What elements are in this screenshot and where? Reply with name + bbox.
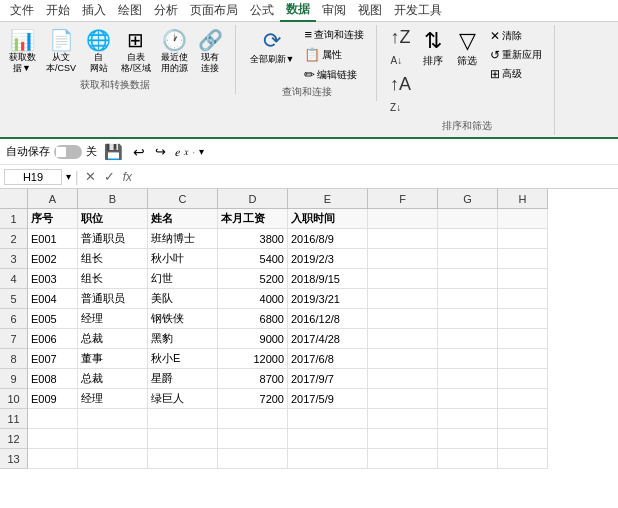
cell[interactable]: 5400	[218, 249, 288, 269]
advanced-button[interactable]: ⊞高级	[486, 65, 546, 83]
cell[interactable]	[368, 409, 438, 429]
cell[interactable]: 总裁	[78, 329, 148, 349]
cell[interactable]	[368, 349, 438, 369]
from-table-button[interactable]: ⊞ 自表格/区域	[117, 25, 155, 77]
confirm-btn[interactable]: ✓	[102, 169, 117, 184]
cell[interactable]: 2018/9/15	[288, 269, 368, 289]
row-header[interactable]: 10	[0, 389, 28, 409]
menu-item-layout[interactable]: 页面布局	[184, 0, 244, 21]
cell[interactable]: 总裁	[78, 369, 148, 389]
col-header-C[interactable]: C	[148, 189, 218, 209]
row-header[interactable]: 9	[0, 369, 28, 389]
cell[interactable]	[438, 289, 498, 309]
cell[interactable]: E003	[28, 269, 78, 289]
row-header[interactable]: 7	[0, 329, 28, 349]
undo-button[interactable]: ↩	[130, 143, 148, 161]
cell[interactable]	[498, 249, 548, 269]
from-text-button[interactable]: 📄 从文本/CSV	[42, 25, 80, 77]
formula-input[interactable]	[138, 170, 614, 184]
edit-links-button[interactable]: ✏编辑链接	[300, 65, 368, 84]
cell[interactable]	[368, 329, 438, 349]
cell[interactable]: 黑豹	[148, 329, 218, 349]
menu-item-analyze[interactable]: 分析	[148, 0, 184, 21]
menu-item-data[interactable]: 数据	[280, 0, 316, 22]
menu-item-start[interactable]: 开始	[40, 0, 76, 21]
cell[interactable]	[368, 369, 438, 389]
cell[interactable]: E005	[28, 309, 78, 329]
cell[interactable]	[438, 209, 498, 229]
cell[interactable]	[368, 229, 438, 249]
cell[interactable]	[218, 409, 288, 429]
col-header-F[interactable]: F	[368, 189, 438, 209]
from-web-button[interactable]: 🌐 自网站	[82, 25, 115, 77]
autosave-toggle[interactable]	[54, 145, 82, 159]
cell[interactable]	[438, 229, 498, 249]
cell[interactable]	[438, 329, 498, 349]
row-header[interactable]: 5	[0, 289, 28, 309]
cell[interactable]: 组长	[78, 269, 148, 289]
redo-button[interactable]: ↪	[152, 143, 169, 160]
row-header[interactable]: 12	[0, 429, 28, 449]
cell[interactable]	[498, 349, 548, 369]
cell[interactable]	[498, 329, 548, 349]
cell[interactable]: E009	[28, 389, 78, 409]
menu-item-formula[interactable]: 公式	[244, 0, 280, 21]
cell[interactable]: 2019/3/21	[288, 289, 368, 309]
cell[interactable]	[288, 409, 368, 429]
cell[interactable]: 班纳博士	[148, 229, 218, 249]
cell[interactable]	[368, 289, 438, 309]
cell[interactable]: 2017/5/9	[288, 389, 368, 409]
row-header[interactable]: 13	[0, 449, 28, 469]
cell[interactable]	[28, 409, 78, 429]
cell[interactable]	[78, 449, 148, 469]
query-connections-button[interactable]: ≡查询和连接	[300, 25, 368, 44]
sort-za-button[interactable]: ↑AZ↓	[387, 72, 414, 118]
menu-item-insert[interactable]: 插入	[76, 0, 112, 21]
row-header[interactable]: 2	[0, 229, 28, 249]
cell[interactable]	[438, 309, 498, 329]
cell[interactable]	[498, 369, 548, 389]
cell[interactable]	[498, 449, 548, 469]
function-btn[interactable]: fx	[121, 170, 134, 184]
filter-button[interactable]: ▽ 筛选	[452, 25, 482, 71]
cell[interactable]: 7200	[218, 389, 288, 409]
cell[interactable]: 秋小E	[148, 349, 218, 369]
cell[interactable]	[368, 389, 438, 409]
sort-az-button[interactable]: ↑ZA↓	[388, 25, 414, 71]
recent-sources-button[interactable]: 🕐 最近使用的源	[157, 25, 192, 77]
col-header-B[interactable]: B	[78, 189, 148, 209]
cell[interactable]	[218, 449, 288, 469]
cell[interactable]	[368, 309, 438, 329]
cell[interactable]	[438, 369, 498, 389]
cell[interactable]: 12000	[218, 349, 288, 369]
cell[interactable]: 钢铁侠	[148, 309, 218, 329]
cell[interactable]: 4000	[218, 289, 288, 309]
cell[interactable]: 美队	[148, 289, 218, 309]
cell[interactable]	[288, 449, 368, 469]
reapply-button[interactable]: ↺重新应用	[486, 46, 546, 64]
sort-button[interactable]: ⇅ 排序	[418, 25, 448, 71]
cell[interactable]	[438, 269, 498, 289]
cell[interactable]: 姓名	[148, 209, 218, 229]
cell[interactable]: E006	[28, 329, 78, 349]
cell[interactable]: E004	[28, 289, 78, 309]
cell[interactable]	[148, 449, 218, 469]
save-button[interactable]: 💾	[101, 142, 126, 162]
cell[interactable]	[368, 429, 438, 449]
cell[interactable]	[368, 269, 438, 289]
row-header[interactable]: 3	[0, 249, 28, 269]
cell[interactable]	[498, 409, 548, 429]
cell[interactable]: 序号	[28, 209, 78, 229]
col-header-G[interactable]: G	[438, 189, 498, 209]
cell[interactable]	[148, 409, 218, 429]
row-header[interactable]: 1	[0, 209, 28, 229]
cancel-btn[interactable]: ✕	[83, 169, 98, 184]
cell[interactable]: 2016/8/9	[288, 229, 368, 249]
cell[interactable]: 2017/4/28	[288, 329, 368, 349]
cell[interactable]: 2017/6/8	[288, 349, 368, 369]
cell[interactable]	[498, 389, 548, 409]
cell[interactable]	[288, 429, 368, 449]
cell-reference[interactable]	[4, 169, 62, 185]
cell[interactable]	[368, 209, 438, 229]
menu-item-draw[interactable]: 绘图	[112, 0, 148, 21]
